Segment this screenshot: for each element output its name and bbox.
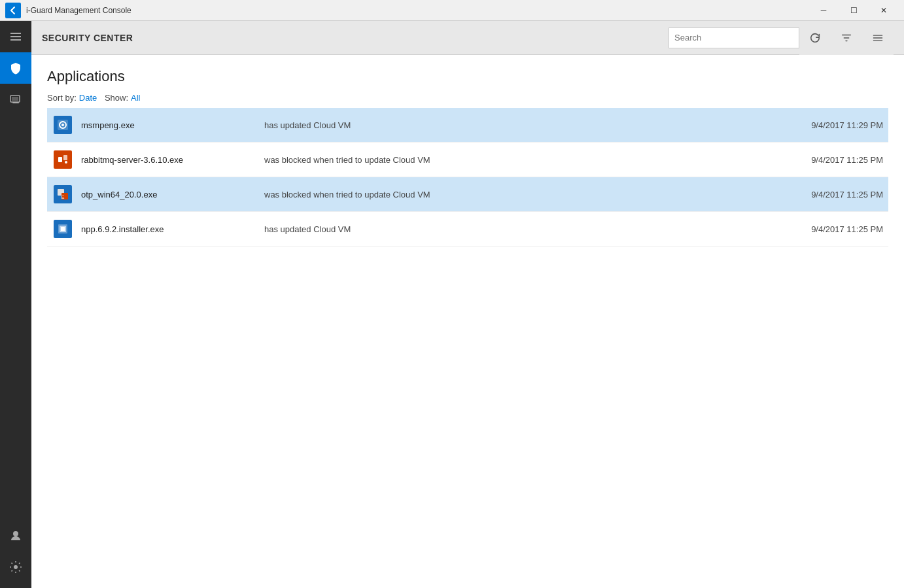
svg-rect-22 xyxy=(61,227,65,231)
app-action: has updated Cloud VM xyxy=(264,224,778,234)
close-button[interactable]: ✕ xyxy=(869,0,899,21)
sort-bar: Sort by: Date Show: All xyxy=(47,93,888,103)
filter-button[interactable] xyxy=(831,21,862,55)
app-name: msmpeng.exe xyxy=(81,120,264,130)
refresh-button[interactable] xyxy=(799,21,831,55)
title-bar-title: i-Guard Management Console xyxy=(26,6,808,15)
app-name: otp_win64_20.0.exe xyxy=(81,190,264,199)
svg-point-16 xyxy=(65,161,67,164)
header: SECURITY CENTER xyxy=(31,21,904,55)
app-timestamp: 9/4/2017 11:25 PM xyxy=(778,190,883,199)
table-row[interactable]: npp.6.9.2.installer.exe has updated Clou… xyxy=(47,212,888,247)
svg-rect-5 xyxy=(12,102,19,103)
table-row[interactable]: rabbitmq-server-3.6.10.exe was blocked w… xyxy=(47,143,888,177)
sidebar-item-devices[interactable] xyxy=(0,84,31,115)
svg-rect-4 xyxy=(12,97,18,101)
show-all-link[interactable]: All xyxy=(131,93,140,103)
app-icon-msmpeng xyxy=(52,114,73,135)
app-action: was blocked when tried to update Cloud V… xyxy=(264,155,778,165)
search-input[interactable] xyxy=(669,27,799,48)
sidebar xyxy=(0,21,31,588)
app-name: npp.6.9.2.installer.exe xyxy=(81,224,264,234)
app-container: SECURITY CENTER xyxy=(0,21,904,588)
app-timestamp: 9/4/2017 11:25 PM xyxy=(778,155,883,165)
page-title: Applications xyxy=(47,68,888,85)
show-label: Show: xyxy=(105,93,128,103)
app-icon-rabbitmq xyxy=(52,149,73,170)
minimize-button[interactable]: ─ xyxy=(808,0,839,21)
svg-rect-15 xyxy=(63,155,67,160)
table-row[interactable]: msmpeng.exe has updated Cloud VM 9/4/201… xyxy=(47,108,888,143)
main-content: SECURITY CENTER xyxy=(31,21,904,588)
sidebar-bottom xyxy=(0,520,31,583)
svg-rect-8 xyxy=(873,35,882,35)
header-actions xyxy=(799,21,894,55)
app-timestamp: 9/4/2017 11:29 PM xyxy=(778,120,883,130)
header-title: SECURITY CENTER xyxy=(42,33,669,43)
app-icon-otp: E xyxy=(52,184,73,205)
sort-by-label: Sort by: xyxy=(47,93,77,103)
svg-rect-10 xyxy=(873,40,882,41)
content-area: Applications Sort by: Date Show: All xyxy=(31,55,904,588)
app-list: msmpeng.exe has updated Cloud VM 9/4/201… xyxy=(47,108,888,247)
sidebar-item-menu[interactable] xyxy=(0,21,31,52)
title-bar-controls: ─ ☐ ✕ xyxy=(808,0,899,21)
sidebar-item-shield[interactable] xyxy=(0,52,31,84)
svg-rect-1 xyxy=(10,36,21,37)
svg-rect-9 xyxy=(873,37,882,38)
table-row[interactable]: E otp_win64_20.0.exe was blocked when tr… xyxy=(47,177,888,212)
svg-rect-14 xyxy=(58,157,62,162)
svg-rect-0 xyxy=(10,33,21,34)
maximize-button[interactable]: ☐ xyxy=(839,0,869,21)
svg-point-6 xyxy=(13,531,18,536)
app-icon-npp xyxy=(52,218,73,239)
svg-point-13 xyxy=(61,124,64,126)
svg-rect-2 xyxy=(10,39,21,41)
app-timestamp: 9/4/2017 11:25 PM xyxy=(778,224,883,234)
app-name: rabbitmq-server-3.6.10.exe xyxy=(81,155,264,165)
app-action: was blocked when tried to update Cloud V… xyxy=(264,190,778,199)
app-action: has updated Cloud VM xyxy=(264,120,778,130)
sidebar-item-settings[interactable] xyxy=(0,551,31,583)
svg-point-7 xyxy=(14,565,18,569)
menu-button[interactable] xyxy=(862,21,894,55)
sidebar-item-user[interactable] xyxy=(0,520,31,551)
svg-text:E: E xyxy=(61,195,65,199)
sort-date-link[interactable]: Date xyxy=(79,93,97,103)
title-bar-back-button[interactable] xyxy=(5,3,21,18)
title-bar: i-Guard Management Console ─ ☐ ✕ xyxy=(0,0,904,21)
